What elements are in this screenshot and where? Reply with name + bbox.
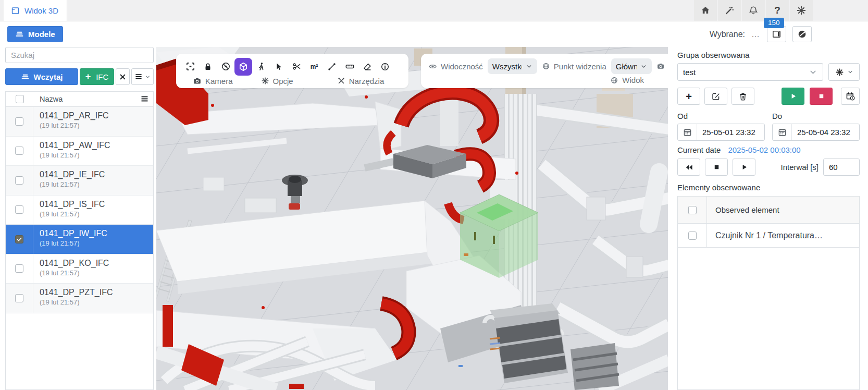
- model-row[interactable]: 0141_DP_PZT_IFC (19 lut 21:57): [6, 284, 153, 313]
- list-menu-button[interactable]: [131, 68, 154, 85]
- play-playback-button[interactable]: [733, 159, 755, 176]
- chevron-down-icon: [809, 68, 817, 77]
- viewpoint-menu[interactable]: Punkt widzenia: [542, 62, 606, 71]
- tools-menu-label: Narzędzia: [349, 77, 385, 86]
- model-row[interactable]: 0141_DP_KO_IFC (19 lut 21:57): [6, 254, 153, 284]
- current-date-label: Current date: [677, 145, 721, 154]
- row-checkbox[interactable]: [15, 294, 23, 302]
- group-settings-button[interactable]: [828, 63, 860, 81]
- rewind-button[interactable]: [677, 159, 700, 176]
- focus-tool[interactable]: [181, 58, 199, 76]
- selected-models-button[interactable]: 150: [767, 26, 786, 42]
- models-toolbar: Wczytaj + IFC: [5, 68, 154, 85]
- stop-playback-button[interactable]: [705, 159, 728, 176]
- model-name: 0141_DP_IS_IFC: [40, 200, 105, 209]
- magic-wand-icon: [724, 5, 735, 16]
- model-row[interactable]: 0141_DP_IS_IFC (19 lut 21:57): [6, 196, 153, 225]
- select-all-checkbox[interactable]: [16, 95, 24, 103]
- delete-group-button[interactable]: [731, 88, 754, 105]
- cube-icon: [238, 62, 249, 72]
- column-menu-icon[interactable]: [140, 94, 149, 103]
- stop-icon: [817, 92, 826, 101]
- cube-tool-active[interactable]: [234, 58, 252, 76]
- camera-menu[interactable]: Kamera: [193, 77, 233, 86]
- tab-widok-3d[interactable]: Widok 3D: [4, 0, 67, 21]
- home-button[interactable]: [694, 0, 717, 21]
- theme-button[interactable]: [792, 26, 812, 42]
- to-label: Do: [772, 112, 860, 120]
- measure-tool[interactable]: [323, 58, 341, 76]
- selected-count-badge: 150: [764, 18, 784, 28]
- clear-selection-button[interactable]: [116, 68, 130, 85]
- globe-icon: [542, 62, 550, 70]
- plus-icon: +: [686, 91, 692, 102]
- from-label: Od: [677, 112, 765, 120]
- lock-tool[interactable]: [199, 58, 217, 76]
- settings-button[interactable]: [790, 0, 813, 21]
- notifications-button[interactable]: [742, 0, 765, 21]
- hide-object-tool[interactable]: [217, 58, 234, 76]
- view-menu[interactable]: Widok: [610, 76, 644, 84]
- model-row[interactable]: 0141_DP_AR_IFC (19 lut 21:57): [6, 107, 153, 137]
- select-all-elements-checkbox[interactable]: [688, 206, 697, 214]
- viewport-3d[interactable]: m² Kamera Opcje Narzędzia: [156, 47, 668, 390]
- row-checkbox[interactable]: [15, 117, 23, 126]
- row-checkbox[interactable]: [15, 264, 23, 273]
- focus-icon: [185, 62, 195, 71]
- load-button[interactable]: Wczytaj: [5, 68, 78, 85]
- observed-element-row[interactable]: Czujnik Nr 1 / Temperatura…: [678, 224, 859, 248]
- check-icon: [16, 236, 22, 242]
- gear-icon: [261, 77, 269, 85]
- row-checkbox-checked[interactable]: [15, 235, 23, 243]
- row-checkbox[interactable]: [15, 205, 23, 214]
- calendar-icon[interactable]: [773, 124, 792, 140]
- area-measure-tool[interactable]: m²: [305, 58, 323, 76]
- viewpoint-label: Punkt widzenia: [554, 62, 606, 71]
- schedule-button[interactable]: [841, 88, 860, 105]
- walk-tool[interactable]: [252, 58, 270, 76]
- eraser-tool[interactable]: [358, 58, 376, 76]
- tools-menu[interactable]: Narzędzia: [337, 77, 385, 86]
- stop-observation-button[interactable]: [810, 88, 833, 105]
- model-row[interactable]: 0141_DP_AW_IFC (19 lut 21:57): [6, 137, 153, 166]
- section-tool[interactable]: [288, 58, 305, 76]
- model-row-selected[interactable]: 0141_DP_IW_IFC (19 lut 21:57): [6, 225, 153, 254]
- camera-view-menu[interactable]: Kamera: [656, 62, 668, 71]
- row-checkbox[interactable]: [15, 147, 23, 155]
- visibility-select[interactable]: Wszystko: [488, 58, 537, 74]
- scene-3d[interactable]: [156, 47, 668, 390]
- select-tool[interactable]: [270, 58, 288, 76]
- play-icon: [789, 92, 798, 101]
- row-checkbox[interactable]: [15, 176, 23, 185]
- observed-group-select[interactable]: test: [677, 63, 823, 81]
- hamburger-icon: [134, 72, 143, 81]
- from-date-input[interactable]: 25-05-01 23:32: [677, 124, 765, 141]
- options-menu[interactable]: Opcje: [261, 77, 293, 86]
- element-checkbox[interactable]: [688, 231, 697, 240]
- model-date: (19 lut 21:57): [40, 180, 105, 188]
- viewport-toolbar-right: Widoczność Wszystko Punkt widzenia Główn…: [421, 54, 668, 88]
- models-button[interactable]: Modele: [7, 26, 63, 42]
- to-date-input[interactable]: 25-05-04 23:32: [772, 124, 860, 141]
- info-tool[interactable]: [376, 58, 394, 76]
- selected-ellipsis[interactable]: …: [751, 30, 761, 39]
- ruler-tool[interactable]: [341, 58, 358, 76]
- tab-label: Widok 3D: [24, 6, 58, 15]
- start-observation-button[interactable]: [782, 88, 804, 105]
- models-panel: Wczytaj + IFC Nazwa 0141_DP_AR_IF: [0, 47, 156, 390]
- cursor-icon: [274, 62, 283, 71]
- interval-input[interactable]: 60: [823, 159, 860, 176]
- magic-wand-button[interactable]: [718, 0, 741, 21]
- model-name: 0141_DP_AR_IFC: [40, 111, 109, 120]
- add-ifc-button[interactable]: + IFC: [80, 68, 114, 85]
- calendar-icon[interactable]: [678, 124, 697, 140]
- visibility-menu[interactable]: Widoczność: [428, 62, 483, 71]
- visibility-label: Widoczność: [441, 62, 483, 71]
- topbar-spacer: [67, 0, 693, 21]
- model-row[interactable]: 0141_DP_IE_IFC (19 lut 21:57): [6, 166, 153, 196]
- viewpoint-select[interactable]: Główny: [611, 58, 652, 74]
- edit-group-button[interactable]: [704, 88, 727, 105]
- add-group-button[interactable]: +: [677, 88, 700, 105]
- viewport-toolbar-left: m² Kamera Opcje Narzędzia: [176, 54, 408, 88]
- search-input[interactable]: [5, 47, 154, 63]
